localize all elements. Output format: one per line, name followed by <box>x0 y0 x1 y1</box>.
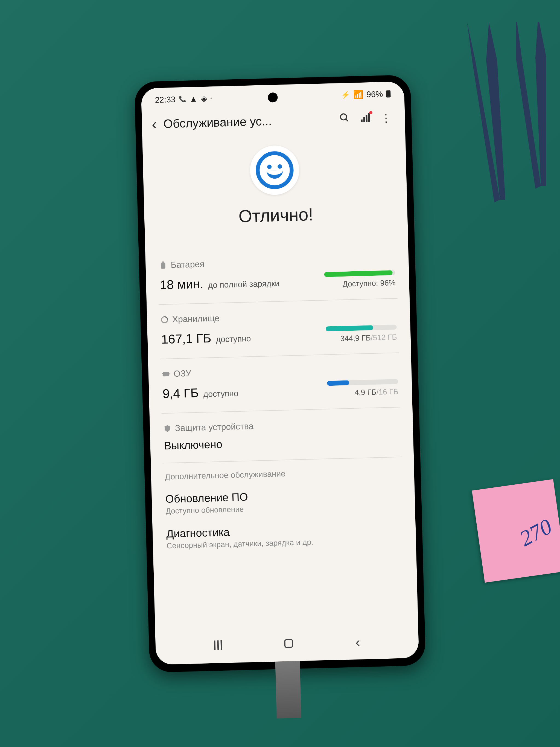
back-button[interactable]: ‹ <box>150 115 159 133</box>
storage-used: 344,9 ГБ <box>340 333 371 343</box>
storage-total: /512 ГБ <box>371 333 397 342</box>
volte-icon: 📞 <box>179 96 186 103</box>
svg-rect-5 <box>163 372 169 377</box>
protection-section[interactable]: Защита устройства Выключено <box>162 407 402 463</box>
storage-label: Хранилище <box>172 313 219 325</box>
storage-value: 167,1 ГБ <box>161 331 211 346</box>
wifi-icon: ◈ <box>201 94 207 103</box>
battery-available-text: Доступно: 96% <box>342 278 396 288</box>
battery-section[interactable]: Батарея 18 мин. до полной зарядки Доступ… <box>157 244 398 305</box>
hero-section: Отлично! <box>142 131 408 242</box>
status-battery: 96% <box>366 89 383 99</box>
svg-line-1 <box>346 119 348 121</box>
protection-status: Выключено <box>164 433 400 452</box>
search-button[interactable] <box>336 112 352 126</box>
status-time: 22:33 <box>155 95 176 104</box>
more-options-button[interactable]: ⋮ <box>378 111 394 125</box>
battery-suffix: до полной зарядки <box>208 279 280 289</box>
ram-section[interactable]: ОЗУ 9,4 ГБ доступно 4,9 ГБ/16 ГБ <box>160 353 400 414</box>
phone-device: 22:33 📞 ▲ ◈ • ⚡ 📶 96% ‹ Обслуживание ус.… <box>134 75 426 673</box>
ram-label: ОЗУ <box>174 368 191 379</box>
home-button[interactable] <box>284 638 293 650</box>
svg-point-0 <box>341 114 347 120</box>
svg-rect-2 <box>161 262 165 268</box>
ram-progress <box>327 379 398 386</box>
status-smiley-icon <box>249 145 300 195</box>
storage-section-icon <box>161 316 168 324</box>
diagnostics-item[interactable]: Диагностика Сенсорный экран, датчики, за… <box>164 515 404 556</box>
shield-icon <box>163 424 171 432</box>
more-notifications-icon: • <box>210 96 212 101</box>
status-text: Отлично! <box>238 204 313 226</box>
notification-dot-icon <box>369 111 372 114</box>
page-title: Обслуживание ус... <box>163 112 332 130</box>
protection-label: Защита устройства <box>175 421 254 433</box>
storage-section[interactable]: Хранилище 167,1 ГБ доступно 344,9 ГБ/512… <box>159 299 399 359</box>
ram-used: 4,9 ГБ <box>354 388 376 396</box>
software-update-item[interactable]: Обновление ПО Доступно обновление <box>163 481 403 522</box>
statistics-button[interactable] <box>357 112 373 125</box>
tweezers-icon <box>445 22 555 213</box>
sticky-note-text: 270 <box>515 514 556 551</box>
svg-rect-8 <box>169 373 170 374</box>
svg-rect-3 <box>162 261 164 262</box>
svg-rect-6 <box>162 373 163 374</box>
front-camera <box>268 92 278 102</box>
recents-button[interactable] <box>214 640 222 652</box>
battery-section-icon <box>159 261 167 269</box>
sticky-note: 270 <box>472 479 560 583</box>
signal-icon: 📶 <box>353 89 364 99</box>
warning-icon: ▲ <box>189 94 198 104</box>
battery-charging-icon: ⚡ <box>341 90 350 99</box>
ram-suffix: доступно <box>203 389 238 398</box>
phone-screen: 22:33 📞 ▲ ◈ • ⚡ 📶 96% ‹ Обслуживание ус.… <box>141 81 419 664</box>
ram-total: /16 ГБ <box>376 387 398 396</box>
storage-progress <box>326 325 397 331</box>
svg-rect-9 <box>169 375 170 375</box>
svg-rect-7 <box>162 375 163 375</box>
ram-value: 9,4 ГБ <box>162 385 199 401</box>
ram-section-icon <box>162 370 170 378</box>
go-back-button[interactable]: ‹ <box>355 634 360 650</box>
battery-progress <box>324 270 395 277</box>
device-care-list: Батарея 18 мин. до полной зарядки Доступ… <box>145 235 418 635</box>
storage-suffix: доступно <box>216 334 251 343</box>
battery-label: Батарея <box>170 259 205 270</box>
battery-value: 18 мин. <box>160 277 204 292</box>
battery-icon <box>386 90 391 97</box>
